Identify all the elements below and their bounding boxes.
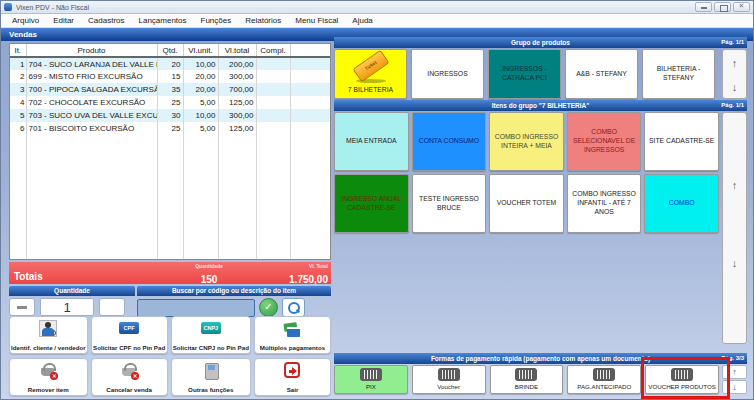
action-button-sair[interactable]: Sair xyxy=(254,358,331,396)
cart-cancel-icon: ✕ xyxy=(120,362,138,379)
action-button-cancelar-venda[interactable]: ✕Cancelar venda xyxy=(91,358,168,396)
table-row[interactable]: 1704 - SUCO LARANJA DEL VALLE EXCURS2010… xyxy=(10,57,331,70)
payment-button[interactable]: PAG.ANTECIPADO xyxy=(567,365,641,394)
menu-item[interactable]: Ajuda xyxy=(345,14,379,28)
item-button[interactable]: VOUCHER TOTEM xyxy=(489,174,564,233)
payments-page-indicator: Pág. 3/3 xyxy=(721,353,744,364)
table-header-cell[interactable]: Compl. xyxy=(256,44,290,57)
menu-item[interactable]: Arquivo xyxy=(5,14,46,28)
items-scroll-up-icon[interactable] xyxy=(732,175,738,193)
search-icon[interactable] xyxy=(282,298,305,317)
table-cell: 1 xyxy=(10,57,26,70)
item-button-label: COMBO INGRESSO INFANTIL - ATÉ 7 ANOS xyxy=(570,190,639,216)
menu-item[interactable]: Funções xyxy=(194,14,239,28)
items-header: Itens do grupo "7 BILHETERIA" Pág. 1/1 xyxy=(334,100,747,111)
window-controls xyxy=(695,2,750,12)
payment-button[interactable]: VOUCHER PRODUTOS xyxy=(645,365,719,394)
maximize-icon[interactable] xyxy=(714,2,731,12)
action-button-solicitar-cpf-no-pin-pad[interactable]: CPFSolicitar CPF no Pin Pad xyxy=(91,316,168,354)
menu-item[interactable]: Relatórios xyxy=(238,14,288,28)
menu-item[interactable]: Cadastros xyxy=(81,14,131,28)
table-header-cell[interactable]: Qtd. xyxy=(157,44,183,57)
payment-button[interactable]: PIX xyxy=(334,365,408,394)
item-button[interactable]: COMBO SELECIONAVEL DE INGRESSOS xyxy=(567,112,642,171)
table-row[interactable]: 5703 - SUCO UVA DEL VALLE EXCURSÃO3010,0… xyxy=(10,109,331,122)
menu-item[interactable]: Menu Fiscal xyxy=(288,14,345,28)
table-header-cell[interactable]: Vl.total xyxy=(218,44,256,57)
quantity-section-header: Quantidade xyxy=(9,286,135,296)
item-button[interactable]: COMBO xyxy=(644,174,719,233)
table-header-cell[interactable]: Vl.unit. xyxy=(183,44,218,57)
group-button[interactable]: A&B - STEFANY xyxy=(565,49,638,99)
minimize-icon[interactable] xyxy=(695,2,712,12)
table-cell: 5,00 xyxy=(183,96,218,109)
table-row[interactable]: 3700 - PIPOCA SALGADA EXCURSÃO3520,00700… xyxy=(10,83,331,96)
item-button[interactable]: COMBO INGRESSO INFANTIL - ATÉ 7 ANOS xyxy=(567,174,642,233)
item-button-label: CONTA CONSUMO xyxy=(419,137,479,146)
table-cell xyxy=(10,135,26,259)
item-button[interactable]: COMBO INGRESSO INTEIRA + MEIA xyxy=(489,112,564,171)
barcode-icon xyxy=(515,368,537,381)
confirm-check-icon[interactable] xyxy=(259,298,278,317)
barcode-icon xyxy=(360,368,382,381)
action-button-label: Múltiplos pagamentos xyxy=(260,344,325,351)
table-row[interactable]: 6701 - BISCOITO EXCURSÃO255,00125,00 xyxy=(10,122,331,135)
action-button-remover-item[interactable]: ✕Remover item xyxy=(9,358,88,396)
groups-scroll-strip xyxy=(722,49,747,99)
groups-scroll-up-icon[interactable] xyxy=(732,53,738,71)
totals-total: Vl. Total 1.750,00 xyxy=(289,263,328,287)
group-button[interactable]: INGRESSOS xyxy=(411,49,484,99)
item-button[interactable]: CONTA CONSUMO xyxy=(412,112,487,171)
groups-scroll-down-icon[interactable] xyxy=(732,77,738,95)
person-search-icon xyxy=(39,320,57,337)
menu-item[interactable]: Editar xyxy=(46,14,81,28)
action-button-label: Outras funções xyxy=(188,386,233,393)
table-cell xyxy=(290,57,331,70)
totals-bar: Totais Quantidade 150 Vl. Total 1.750,00 xyxy=(9,262,331,284)
table-cell xyxy=(157,135,183,259)
table-row[interactable]: 2699 - MISTO FRIO EXCURSÃO1520,00300,00 xyxy=(10,70,331,83)
group-button-label: 7 BILHETERIA xyxy=(337,86,404,96)
group-button[interactable]: BILHETERIA - STEFANY xyxy=(642,49,715,99)
table-cell xyxy=(183,135,218,259)
item-button[interactable]: INGRESSO ANUAL CADASTRE-SE xyxy=(334,174,409,233)
action-button-solicitar-cnpj-no-pin-pad[interactable]: CNPJSolicitar CNPJ no Pin Pad xyxy=(171,316,251,354)
title-bar: Vixen PDV - Não Fiscal xyxy=(1,1,753,14)
quantity-minus-button[interactable] xyxy=(9,298,35,316)
table-cell: 2 xyxy=(10,70,26,83)
table-row[interactable]: 4702 - CHOCOLATE EXCURSÃO255,00125,00 xyxy=(10,96,331,109)
payment-button[interactable]: Voucher xyxy=(412,365,486,394)
quantity-input[interactable] xyxy=(40,298,94,316)
items-header-label: Itens do grupo "7 BILHETERIA" xyxy=(492,102,590,109)
table-header-cell[interactable]: Produto xyxy=(26,44,157,57)
search-input[interactable] xyxy=(137,299,255,317)
payments-scroll-up-icon[interactable] xyxy=(722,365,747,379)
action-button-m-ltiplos-pagamentos[interactable]: Múltiplos pagamentos xyxy=(254,316,331,354)
table-cell xyxy=(256,83,290,96)
table-cell: 5 xyxy=(10,109,26,122)
table-header-cell[interactable]: It. xyxy=(10,44,26,57)
action-button-outras-fun-es[interactable]: Outras funções xyxy=(171,358,251,396)
table-cell xyxy=(26,135,157,259)
payments-scroll-down-icon[interactable] xyxy=(722,380,747,394)
table-cell xyxy=(218,135,256,259)
action-buttons: Identif. cliente / vendedorCPFSolicitar … xyxy=(9,316,331,396)
item-button[interactable]: TESTE INGRESSO BRUCE xyxy=(412,174,487,233)
item-button[interactable]: MEIA ENTRADA xyxy=(334,112,409,171)
table-cell: 699 - MISTO FRIO EXCURSÃO xyxy=(26,70,157,83)
group-button[interactable]: Ticket7 BILHETERIA xyxy=(334,49,407,99)
payment-button[interactable]: BRINDE xyxy=(490,365,564,394)
items-scroll-down-icon[interactable] xyxy=(732,253,738,271)
table-cell: 6 xyxy=(10,122,26,135)
action-button-label: Identif. cliente / vendedor xyxy=(11,344,86,351)
menu-item[interactable]: Lançamentos xyxy=(132,14,194,28)
table-cell xyxy=(290,70,331,83)
group-button[interactable]: INGRESSOS - CATRACA PCI xyxy=(488,49,561,99)
item-button[interactable]: SITE CADASTRE-SE xyxy=(644,112,719,171)
action-button-label: Solicitar CNPJ no Pin Pad xyxy=(173,344,249,351)
payments-header: Formas de pagamento rápida (pagamento co… xyxy=(334,353,747,364)
close-icon[interactable] xyxy=(733,2,750,12)
table-cell: 700 - PIPOCA SALGADA EXCURSÃO xyxy=(26,83,157,96)
quantity-plus-button[interactable] xyxy=(99,298,125,316)
action-button-identif-cliente-vendedor[interactable]: Identif. cliente / vendedor xyxy=(9,316,88,354)
